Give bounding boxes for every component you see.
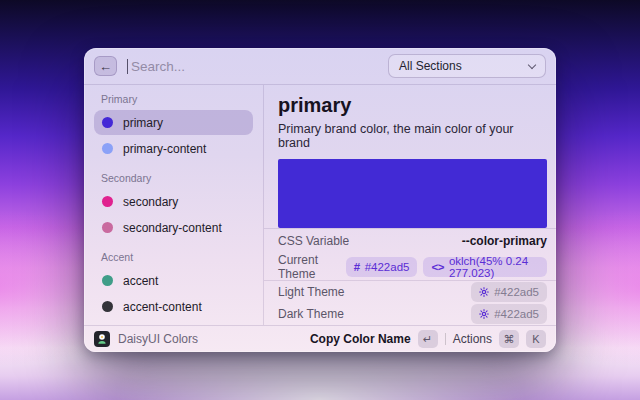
sidebar-item-label: secondary	[123, 195, 178, 209]
sidebar-item-label: secondary-content	[123, 221, 222, 235]
return-key-badge: ↵	[418, 330, 438, 348]
sidebar-item-primary-content[interactable]: primary-content	[94, 136, 253, 161]
search-input[interactable]: Search...	[131, 59, 185, 74]
page-title: primary	[278, 94, 547, 117]
sections-dropdown-value: All Sections	[399, 59, 462, 73]
action-bar: DaisyUI Colors Copy Color Name ↵ Actions…	[84, 325, 556, 352]
sidebar-item-label: primary	[123, 116, 163, 130]
current-theme-row: Current Theme # #422ad5 <> oklch(45% 0.2…	[278, 254, 547, 280]
section-header-primary: Primary	[101, 93, 246, 105]
hash-icon: #	[354, 261, 360, 273]
css-variable-row: CSS Variable --color-primary	[278, 229, 547, 254]
light-theme-label: Light Theme	[278, 285, 345, 299]
sections-dropdown[interactable]: All Sections	[388, 54, 546, 78]
sun-icon	[479, 287, 489, 297]
dark-theme-tag[interactable]: #422ad5	[471, 304, 547, 324]
app-name: DaisyUI Colors	[118, 332, 198, 346]
actions-menu-button[interactable]: Actions	[453, 332, 492, 346]
back-arrow-icon: ←	[99, 60, 112, 73]
hex-value: #422ad5	[365, 261, 410, 273]
back-button[interactable]: ←	[94, 56, 117, 76]
text-caret	[127, 59, 128, 74]
light-theme-tag[interactable]: #422ad5	[471, 282, 547, 302]
oklch-value-tag[interactable]: <> oklch(45% 0.24 277.023)	[423, 257, 547, 277]
sidebar-item-secondary-content[interactable]: secondary-content	[94, 215, 253, 240]
color-dot	[102, 275, 113, 286]
sidebar-item-accent[interactable]: accent	[94, 268, 253, 293]
oklch-value: oklch(45% 0.24 277.023)	[449, 255, 539, 279]
search-header: ← Search... All Sections	[84, 48, 556, 85]
current-theme-label: Current Theme	[278, 253, 346, 281]
color-swatch-preview	[278, 159, 547, 228]
command-key-badge: ⌘	[499, 330, 519, 348]
dark-theme-row: Dark Theme #422ad5	[278, 303, 547, 325]
color-detail-panel: primary Primary brand color, the main co…	[264, 85, 556, 325]
css-variable-label: CSS Variable	[278, 234, 349, 248]
sidebar-item-label: accent-content	[123, 300, 202, 314]
sidebar-item-secondary[interactable]: secondary	[94, 189, 253, 214]
divider	[445, 333, 446, 345]
color-dot	[102, 117, 113, 128]
css-variable-value: --color-primary	[462, 234, 547, 248]
app-window: ← Search... All Sections Primary primary…	[84, 48, 556, 352]
k-key-badge: K	[526, 330, 546, 348]
sidebar-item-primary[interactable]: primary	[94, 110, 253, 135]
color-list-sidebar: Primary primary primary-content Secondar…	[84, 85, 264, 325]
sidebar-item-label: primary-content	[123, 142, 206, 156]
color-dot	[102, 301, 113, 312]
window-body: Primary primary primary-content Secondar…	[84, 85, 556, 325]
copy-color-name-action[interactable]: Copy Color Name	[310, 332, 411, 346]
dark-theme-label: Dark Theme	[278, 307, 344, 321]
sidebar-item-accent-content[interactable]: accent-content	[94, 294, 253, 319]
color-dot	[102, 222, 113, 233]
daisyui-app-icon	[94, 331, 110, 347]
light-theme-row: Light Theme #422ad5	[278, 281, 547, 303]
chevron-down-icon	[528, 60, 536, 68]
color-dot	[102, 196, 113, 207]
color-description: Primary brand color, the main color of y…	[278, 122, 547, 150]
section-header-accent: Accent	[101, 251, 246, 263]
hex-value-tag[interactable]: # #422ad5	[346, 257, 418, 277]
color-dot	[102, 143, 113, 154]
code-icon: <>	[431, 261, 443, 273]
sun-icon	[479, 309, 489, 319]
dark-theme-value: #422ad5	[494, 308, 539, 320]
section-header-secondary: Secondary	[101, 172, 246, 184]
sidebar-item-label: accent	[123, 274, 158, 288]
light-theme-value: #422ad5	[494, 286, 539, 298]
